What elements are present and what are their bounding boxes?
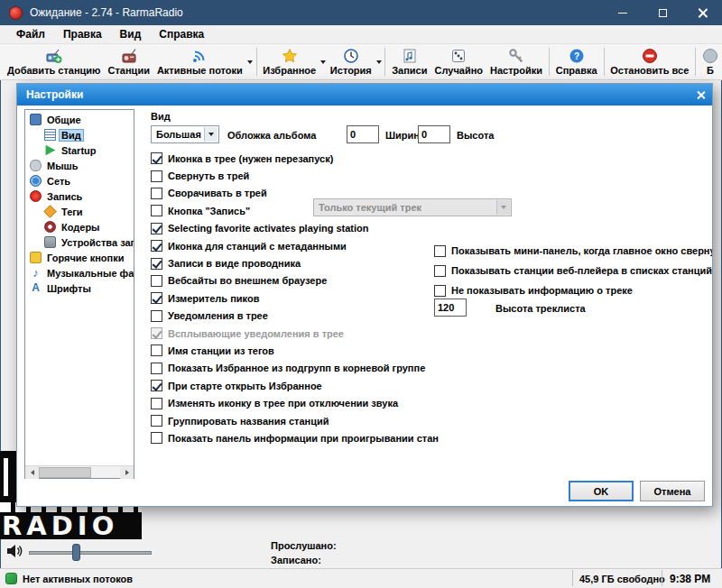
dialog-close-button[interactable] xyxy=(689,84,712,106)
random-button[interactable]: Случайно xyxy=(430,44,486,79)
menu-item[interactable]: Файл xyxy=(7,25,54,43)
checkbox[interactable]: Измеритель пиков xyxy=(151,289,439,307)
stop-all-button[interactable]: Остановить все xyxy=(606,44,692,79)
tree-item-label: Вид xyxy=(60,130,83,141)
favorites-button[interactable]: Избранное xyxy=(259,44,319,79)
dropdown-arrow[interactable] xyxy=(375,44,383,79)
devices-icon xyxy=(44,236,56,248)
minimize-button[interactable] xyxy=(603,0,643,25)
toolbar-button-label: Настройки xyxy=(490,65,542,76)
mouse-icon xyxy=(30,160,42,171)
tree-item-label: Запись xyxy=(45,191,84,202)
menu-item[interactable]: Справка xyxy=(150,25,213,43)
checkbox-box xyxy=(151,188,162,199)
checkbox-label: Показывать станции веб-плейера в списках… xyxy=(451,265,712,276)
menu-bar: ФайлПравкаВидСправка xyxy=(0,25,722,44)
tracklist-height-input[interactable] xyxy=(434,299,467,317)
checkbox[interactable]: Не показывать информацию о треке xyxy=(434,280,713,300)
volume-slider-thumb[interactable] xyxy=(72,544,80,561)
checkbox[interactable]: Сворачивать в трей xyxy=(151,185,439,202)
tree-item[interactable]: Кодеры xyxy=(25,219,134,234)
dropdown-arrow[interactable] xyxy=(319,44,327,79)
maximize-button[interactable] xyxy=(643,0,682,25)
dropdown-arrow[interactable] xyxy=(246,44,254,79)
help-button[interactable]: ?Справка xyxy=(552,44,601,79)
tree-item[interactable]: Запись xyxy=(25,188,134,204)
checkbox[interactable]: Изменять иконку в трее при отключении зв… xyxy=(151,394,439,411)
svg-text:?: ? xyxy=(574,51,579,61)
height-label: Высота xyxy=(457,130,494,141)
tree-item[interactable]: Горячие кнопки xyxy=(25,250,134,265)
app-window: Ожидание - 2.74 - RarmaRadio ФайлПравкаВ… xyxy=(0,0,722,588)
cover-height-input[interactable] xyxy=(418,125,450,143)
checkbox-column-left: Иконка в трее (нужен перезапуск)Свернуть… xyxy=(151,150,439,447)
scroll-right-button[interactable] xyxy=(120,466,134,479)
tree-item[interactable]: Устройства запи xyxy=(25,234,134,250)
cover-size-select[interactable]: Большая xyxy=(151,125,219,143)
tree-item[interactable]: Шрифты xyxy=(25,280,134,296)
chevron-down-icon xyxy=(204,127,218,142)
checkbox[interactable]: Всплывающие уведомления в трее xyxy=(151,325,439,342)
free-space-text: 45,9 ГБ свободно xyxy=(579,574,665,584)
stations-icon xyxy=(121,48,137,64)
general-icon xyxy=(30,114,42,125)
tree-item[interactable]: Музыкальные фай xyxy=(25,265,134,280)
scroll-left-button[interactable] xyxy=(25,466,39,479)
tree-item[interactable]: Мышь xyxy=(25,158,134,173)
minimize-icon xyxy=(618,13,627,14)
tree-item[interactable]: Вид xyxy=(25,127,134,142)
scrollbar-thumb[interactable] xyxy=(39,467,91,478)
tree-item[interactable]: Сеть xyxy=(25,173,134,188)
speaker-icon[interactable] xyxy=(5,542,23,560)
tree-item-label: Сеть xyxy=(45,176,72,187)
tree-item-label: Startup xyxy=(60,145,98,156)
checkbox[interactable]: При старте открыть Избранное xyxy=(151,377,439,394)
checkbox[interactable]: Иконка для станций с метаданными xyxy=(151,237,439,254)
tree-item[interactable]: Теги xyxy=(25,204,134,219)
checkbox[interactable]: Вебсайты во внешнем браузере xyxy=(151,272,439,289)
toolbar-button-label: История xyxy=(330,65,372,76)
app-icon xyxy=(9,6,23,20)
checkbox[interactable]: Группировать названия станций xyxy=(151,412,439,429)
checkbox[interactable]: Показывать мини-панель, когда главное ок… xyxy=(434,241,713,261)
active-streams-button[interactable]: Активные потоки xyxy=(153,44,246,79)
checkbox-box xyxy=(151,380,162,391)
history-button[interactable]: История xyxy=(327,44,375,79)
tags-icon xyxy=(43,205,56,217)
checkbox-label: Изменять иконку в трее при отключении зв… xyxy=(168,398,398,409)
checkbox[interactable]: Имя станции из тегов xyxy=(151,342,439,359)
menu-item[interactable]: Правка xyxy=(54,25,111,43)
history-icon xyxy=(343,48,359,64)
recordings-button[interactable]: Записи xyxy=(388,44,430,79)
checkbox[interactable]: Иконка в трее (нужен перезапуск) xyxy=(151,150,439,167)
checkbox[interactable]: Показать Избранное из подгрупп в корнево… xyxy=(151,360,439,377)
checkbox[interactable]: Свернуть в трей xyxy=(151,167,439,184)
close-icon xyxy=(697,91,705,99)
checkbox-box xyxy=(151,240,162,252)
recorded-label: Записано: xyxy=(271,555,321,565)
ok-button[interactable]: OK xyxy=(569,481,634,501)
close-button[interactable] xyxy=(682,0,722,25)
toolbar-button-label: Избранное xyxy=(263,65,316,76)
settings-button[interactable]: Настройки xyxy=(486,44,546,79)
checkbox[interactable]: Показать панель информации при проигрыва… xyxy=(151,429,439,446)
toolbar-separator xyxy=(549,48,550,76)
cover-label: Обложка альбома xyxy=(227,130,316,141)
stations-button[interactable]: Станции xyxy=(105,44,153,79)
tree-item[interactable]: Startup xyxy=(25,142,134,158)
checkbox-label: Не показывать информацию о треке xyxy=(451,285,633,296)
checkbox[interactable]: Selecting favorite activates playing sta… xyxy=(151,220,439,237)
statusbar-separator xyxy=(572,570,573,586)
checkbox[interactable]: Записи в виде проводника xyxy=(151,254,439,271)
tree-item[interactable]: Общие xyxy=(25,112,134,127)
checkbox[interactable]: Показывать станции веб-плейера в списках… xyxy=(434,261,713,280)
volume-slider-track[interactable] xyxy=(29,551,152,555)
checkbox[interactable]: Кнопка "Запись" xyxy=(151,202,439,219)
cancel-button[interactable]: Отмена xyxy=(640,481,705,501)
checkbox-box xyxy=(434,265,446,277)
cover-width-input[interactable] xyxy=(347,125,379,143)
blocked-button[interactable]: Б xyxy=(699,44,722,79)
menu-item[interactable]: Вид xyxy=(111,25,151,43)
checkbox[interactable]: Уведомления в трее xyxy=(151,308,439,325)
add-station-button[interactable]: Добавить станцию xyxy=(4,44,105,79)
